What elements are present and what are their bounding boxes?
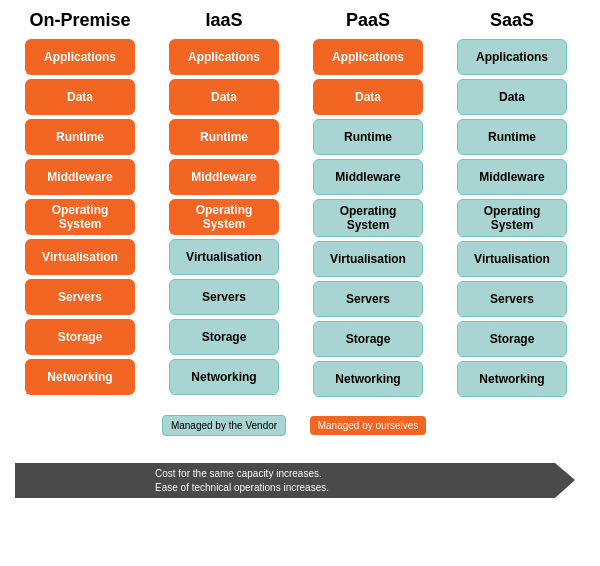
item-saas-0: Applications — [457, 39, 567, 75]
item-iaas-4: Operating System — [169, 199, 279, 235]
item-iaas-8: Networking — [169, 359, 279, 395]
item-on-premise-3: Middleware — [25, 159, 135, 195]
items-list-on-premise: ApplicationsDataRuntimeMiddlewareOperati… — [10, 39, 150, 395]
item-paas-0: Applications — [313, 39, 423, 75]
item-paas-8: Networking — [313, 361, 423, 397]
item-saas-5: Virtualisation — [457, 241, 567, 277]
col-header-saas: SaaS — [490, 10, 534, 31]
item-saas-1: Data — [457, 79, 567, 115]
arrow-text: Cost for the same capacity increases. Ea… — [155, 467, 329, 495]
item-on-premise-2: Runtime — [25, 119, 135, 155]
arrow-line1: Cost for the same capacity increases. — [155, 467, 329, 481]
columns-area: On-PremiseApplicationsDataRuntimeMiddlew… — [5, 10, 595, 397]
col-header-paas: PaaS — [346, 10, 390, 31]
item-iaas-5: Virtualisation — [169, 239, 279, 275]
item-saas-4: Operating System — [457, 199, 567, 237]
column-on-premise: On-PremiseApplicationsDataRuntimeMiddlew… — [10, 10, 150, 397]
items-list-iaas: ApplicationsDataRuntimeMiddlewareOperati… — [154, 39, 294, 395]
arrow-container: Cost for the same capacity increases. Ea… — [15, 455, 595, 505]
item-iaas-0: Applications — [169, 39, 279, 75]
label-cell-paas: Managed by ourselves — [298, 416, 438, 435]
item-saas-7: Storage — [457, 321, 567, 357]
item-on-premise-8: Networking — [25, 359, 135, 395]
item-paas-4: Operating System — [313, 199, 423, 237]
item-saas-2: Runtime — [457, 119, 567, 155]
item-paas-3: Middleware — [313, 159, 423, 195]
item-iaas-2: Runtime — [169, 119, 279, 155]
items-list-paas: ApplicationsDataRuntimeMiddlewareOperati… — [298, 39, 438, 397]
column-paas: PaaSApplicationsDataRuntimeMiddlewareOpe… — [298, 10, 438, 397]
arrow-line2: Ease of technical operations increases. — [155, 481, 329, 495]
item-on-premise-6: Servers — [25, 279, 135, 315]
item-on-premise-0: Applications — [25, 39, 135, 75]
item-saas-6: Servers — [457, 281, 567, 317]
legend-paas: Managed by ourselves — [310, 416, 427, 435]
item-saas-8: Networking — [457, 361, 567, 397]
item-iaas-1: Data — [169, 79, 279, 115]
item-on-premise-7: Storage — [25, 319, 135, 355]
item-on-premise-1: Data — [25, 79, 135, 115]
label-row: Managed by the VendorManaged by ourselve… — [5, 397, 595, 447]
item-paas-7: Storage — [313, 321, 423, 357]
arrow-section: Cost for the same capacity increases. Ea… — [15, 455, 595, 505]
label-cell-iaas: Managed by the Vendor — [154, 415, 294, 436]
item-saas-3: Middleware — [457, 159, 567, 195]
col-header-iaas: IaaS — [205, 10, 242, 31]
column-saas: SaaSApplicationsDataRuntimeMiddlewareOpe… — [442, 10, 582, 397]
item-iaas-3: Middleware — [169, 159, 279, 195]
legend-iaas: Managed by the Vendor — [162, 415, 286, 436]
col-header-on-premise: On-Premise — [29, 10, 130, 31]
column-iaas: IaaSApplicationsDataRuntimeMiddlewareOpe… — [154, 10, 294, 397]
item-iaas-6: Servers — [169, 279, 279, 315]
item-paas-1: Data — [313, 79, 423, 115]
item-paas-5: Virtualisation — [313, 241, 423, 277]
item-paas-2: Runtime — [313, 119, 423, 155]
item-on-premise-4: Operating System — [25, 199, 135, 235]
item-on-premise-5: Virtualisation — [25, 239, 135, 275]
item-paas-6: Servers — [313, 281, 423, 317]
item-iaas-7: Storage — [169, 319, 279, 355]
items-list-saas: ApplicationsDataRuntimeMiddlewareOperati… — [442, 39, 582, 397]
main-container: On-PremiseApplicationsDataRuntimeMiddlew… — [0, 0, 600, 566]
